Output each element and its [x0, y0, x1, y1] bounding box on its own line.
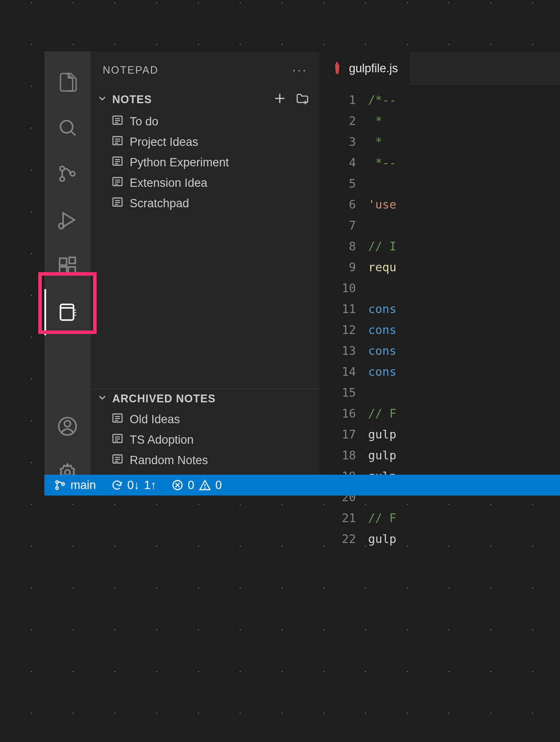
sidebar-title: NOTEPAD [103, 64, 158, 76]
tab-bar: gulpfile.js [320, 51, 560, 85]
activity-bar [44, 51, 91, 496]
svg-rect-10 [69, 257, 75, 263]
search-icon[interactable] [44, 105, 91, 151]
note-label: To do [130, 115, 158, 128]
line-number: 14 [320, 363, 356, 381]
note-icon [111, 412, 124, 427]
sidebar-panel: NOTEPAD ··· NOTES To doProject IdeasPyth… [91, 51, 320, 496]
problems-status[interactable]: 0 0 [171, 479, 222, 492]
more-actions-icon[interactable]: ··· [292, 63, 308, 77]
gulp-icon [332, 61, 343, 76]
note-label: TS Adoption [130, 433, 194, 447]
error-count: 0 [188, 479, 194, 492]
line-number: 7 [320, 217, 356, 234]
notepad-icon[interactable] [44, 289, 91, 335]
chevron-down-icon [97, 392, 108, 405]
line-number: 6 [320, 196, 356, 213]
code-line: requ [368, 259, 560, 276]
editor-area: gulpfile.js 1234567891011121314151617181… [320, 51, 560, 496]
svg-marker-5 [63, 213, 74, 227]
code-line: // F [368, 405, 560, 422]
note-icon [111, 432, 124, 448]
note-label: Project Ideas [130, 135, 198, 149]
sync-out-count: 1↑ [144, 479, 157, 492]
note-label: Random Notes [130, 454, 208, 467]
sidebar-title-bar: NOTEPAD ··· [91, 51, 320, 89]
code-line: cons [368, 300, 560, 318]
svg-point-4 [70, 172, 75, 176]
svg-rect-7 [60, 258, 67, 265]
svg-point-58 [56, 481, 58, 483]
code-line: cons [368, 342, 560, 360]
code-line: gulp [368, 447, 560, 464]
source-control-icon[interactable] [44, 151, 91, 197]
notes-section-actions [273, 91, 314, 107]
note-label: Python Experiment [130, 156, 229, 169]
code-line: *-- [368, 154, 560, 172]
line-number: 9 [320, 259, 356, 276]
line-number: 3 [320, 133, 356, 151]
line-number: 21 [320, 509, 356, 527]
note-label: Old Ideas [130, 413, 180, 426]
line-number: 5 [320, 175, 356, 192]
svg-rect-8 [60, 267, 67, 274]
note-icon [111, 175, 124, 191]
line-number: 8 [320, 238, 356, 255]
note-icon [111, 155, 124, 170]
line-number: 11 [320, 300, 356, 318]
note-item[interactable]: Scratchpad [91, 193, 320, 214]
extensions-icon[interactable] [44, 243, 91, 289]
code-line [368, 384, 560, 401]
svg-point-2 [60, 166, 64, 171]
note-icon [111, 453, 124, 468]
branch-status[interactable]: main [54, 479, 96, 492]
note-item[interactable]: To do [91, 111, 320, 132]
archived-section-label: ARCHIVED NOTES [112, 392, 216, 405]
note-item[interactable]: Project Ideas [91, 132, 320, 152]
archived-section-header[interactable]: ARCHIVED NOTES [91, 389, 320, 408]
code-line [368, 217, 560, 234]
line-number: 4 [320, 154, 356, 172]
new-folder-icon[interactable] [295, 91, 309, 107]
note-item[interactable]: Old Ideas [91, 409, 320, 430]
svg-rect-11 [60, 304, 74, 320]
note-icon [111, 135, 124, 150]
note-label: Extension Idea [130, 176, 208, 190]
line-number: 15 [320, 384, 356, 401]
new-note-icon[interactable] [273, 91, 287, 107]
code-line: gulp [368, 426, 560, 443]
note-item[interactable]: Random Notes [91, 450, 320, 471]
tab-gulpfile[interactable]: gulpfile.js [320, 51, 409, 85]
code-line: * [368, 112, 560, 130]
line-number: 12 [320, 321, 356, 339]
note-item[interactable]: TS Adoption [91, 430, 320, 450]
line-number: 18 [320, 447, 356, 464]
note-icon [111, 196, 124, 211]
note-item[interactable]: Extension Idea [91, 173, 320, 193]
line-number: 1 [320, 91, 356, 109]
code-line: gulp [368, 530, 560, 548]
svg-point-3 [60, 177, 64, 181]
svg-line-1 [71, 131, 75, 135]
notes-section-header[interactable]: NOTES [91, 89, 320, 110]
explorer-icon[interactable] [44, 58, 91, 105]
status-bar: main 0↓ 1↑ 0 0 [44, 475, 560, 496]
svg-point-65 [205, 488, 205, 488]
tab-filename: gulpfile.js [349, 62, 398, 75]
warning-count: 0 [215, 479, 222, 492]
note-item[interactable]: Python Experiment [91, 152, 320, 173]
branch-name: main [70, 479, 96, 492]
code-line: cons [368, 363, 560, 381]
code-line: // I [368, 238, 560, 255]
code-line: /*-- [368, 91, 560, 109]
run-debug-icon[interactable] [44, 197, 91, 243]
account-icon[interactable] [44, 403, 91, 449]
notes-section-label: NOTES [112, 93, 152, 106]
line-number: 16 [320, 405, 356, 422]
code-line [368, 280, 560, 297]
vscode-window: NOTEPAD ··· NOTES To doProject IdeasPyth… [44, 51, 560, 496]
code-line [368, 175, 560, 192]
line-number: 2 [320, 112, 356, 130]
note-label: Scratchpad [130, 197, 189, 210]
sync-status[interactable]: 0↓ 1↑ [111, 479, 157, 492]
